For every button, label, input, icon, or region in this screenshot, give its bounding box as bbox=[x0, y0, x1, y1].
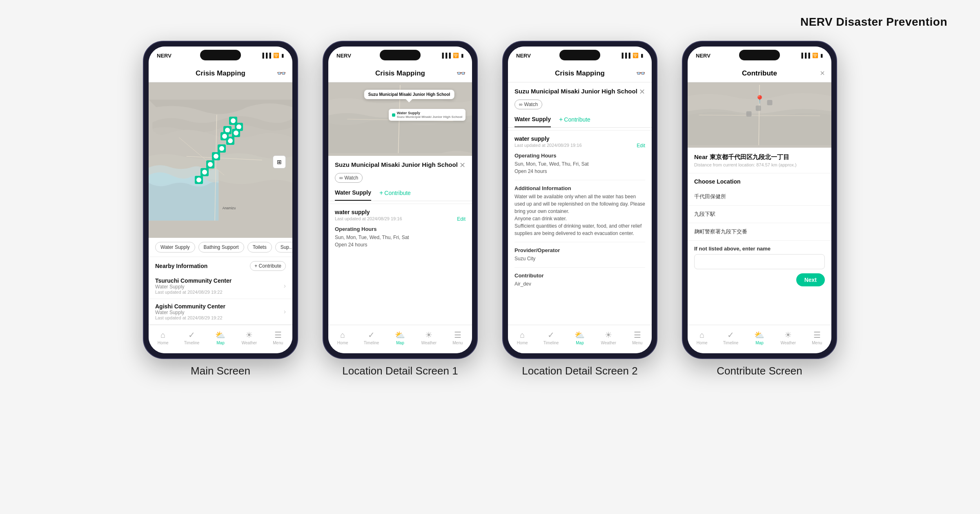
contribute-close-btn[interactable]: × bbox=[820, 69, 825, 78]
contribute-btn-main[interactable]: + Contribute bbox=[250, 261, 286, 271]
location-distance-contribute: Distance from current location: 874.57 k… bbox=[694, 162, 825, 167]
nav-weather-detail2[interactable]: ☀ Weather bbox=[598, 330, 619, 345]
status-carrier-main: NERV bbox=[157, 53, 172, 59]
watch-row-detail1: ∞ Watch bbox=[335, 173, 466, 183]
nav-menu-label-contribute: Menu bbox=[812, 341, 822, 345]
nav-weather-main[interactable]: ☀ Weather bbox=[239, 330, 259, 345]
home-icon-detail1: ⌂ bbox=[340, 330, 345, 340]
map-icon-detail2: ⛅ bbox=[575, 330, 585, 340]
battery-icon-contribute: ▮ bbox=[820, 53, 823, 58]
battery-icon-main: ▮ bbox=[281, 53, 284, 58]
bottom-nav-detail1: ⌂ Home ✓ Timeline ⛅ Map ☀ Weather bbox=[328, 325, 472, 353]
location-title-detail1: Suzu Municipal Misaki Junior High School bbox=[335, 161, 458, 169]
filter-toilets[interactable]: Toilets bbox=[247, 242, 272, 253]
ws-dot-detail1 bbox=[392, 113, 395, 117]
chevron-icon-0: › bbox=[284, 282, 286, 290]
nav-timeline-main[interactable]: ✓ Timeline bbox=[182, 330, 202, 345]
contributor-block-detail2: Contributor Air_dev bbox=[514, 273, 645, 292]
next-btn-row: Next bbox=[688, 269, 831, 290]
layer-btn-main[interactable]: ⊞ bbox=[273, 155, 286, 168]
status-bar-contribute: NERV ▐▐▐ 🛜 ▮ bbox=[688, 47, 831, 64]
list-item-type-1: Water Supply bbox=[155, 310, 225, 315]
filter-bathing[interactable]: Bathing Support bbox=[198, 242, 244, 253]
next-btn[interactable]: Next bbox=[796, 273, 825, 286]
signal-icon-detail2: ▐▐▐ bbox=[620, 53, 630, 58]
weather-icon-detail2: ☀ bbox=[605, 330, 612, 340]
content-timestamp-detail1: Last updated at 2024/08/29 19:16 Edit bbox=[335, 216, 466, 222]
tab-water-supply-detail2[interactable]: Water Supply bbox=[514, 113, 551, 127]
list-item-0[interactable]: Tsuruchi Community Center Water Supply L… bbox=[149, 273, 292, 299]
nav-menu-detail2[interactable]: ☰ Menu bbox=[627, 330, 648, 345]
nav-home-main[interactable]: ⌂ Home bbox=[153, 330, 173, 345]
status-bar-main: NERV ▐▐▐ 🛜 ▮ bbox=[149, 47, 292, 64]
home-icon-contribute: ⌂ bbox=[699, 330, 704, 340]
location-close-detail2[interactable]: ✕ bbox=[639, 87, 645, 96]
weather-icon-detail1: ☀ bbox=[425, 330, 432, 340]
nav-menu-contribute[interactable]: ☰ Menu bbox=[807, 330, 827, 345]
tab-water-supply-detail1[interactable]: Water Supply bbox=[335, 186, 371, 201]
nav-menu-main[interactable]: ☰ Menu bbox=[268, 330, 288, 345]
status-bar-detail2: NERV ▐▐▐ 🛜 ▮ bbox=[508, 47, 652, 64]
content-detail2: water supply Last updated at 2024/08/29 … bbox=[508, 131, 652, 325]
map-marker-10 bbox=[220, 132, 229, 140]
map-main[interactable]: Anamizu ⊕ ⊞ bbox=[149, 82, 292, 238]
svg-rect-11 bbox=[767, 100, 773, 105]
nearby-title-main: Nearby Information bbox=[155, 263, 207, 269]
watch-btn-detail1[interactable]: ∞ Watch bbox=[335, 173, 363, 183]
nav-map-contribute[interactable]: ⛅ Map bbox=[749, 330, 770, 345]
edit-link-detail2[interactable]: Edit bbox=[637, 143, 645, 148]
iphone-contribute: NERV ▐▐▐ 🛜 ▮ Contribute × bbox=[682, 41, 837, 359]
hours-block-detail1: Operating Hours Sun, Mon, Tue, Wed, Thu,… bbox=[335, 226, 466, 253]
menu-icon-main: ☰ bbox=[274, 330, 282, 340]
nav-home-detail1[interactable]: ⌂ Home bbox=[332, 330, 353, 345]
nav-weather-contribute[interactable]: ☀ Weather bbox=[778, 330, 798, 345]
nav-map-detail2[interactable]: ⛅ Map bbox=[570, 330, 590, 345]
filter-more[interactable]: Sup... bbox=[275, 242, 292, 253]
filter-water-supply[interactable]: Water Supply bbox=[155, 242, 195, 253]
nav-map-detail1[interactable]: ⛅ Map bbox=[390, 330, 410, 345]
name-input[interactable] bbox=[694, 254, 825, 269]
nav-timeline-label-detail1: Timeline bbox=[364, 341, 379, 345]
weather-icon-contribute: ☀ bbox=[784, 330, 792, 340]
additional-block-detail2: Additional Information Water will be ava… bbox=[514, 185, 645, 242]
list-item-1[interactable]: Agishi Community Center Water Supply Las… bbox=[149, 299, 292, 325]
nav-home-label-detail2: Home bbox=[517, 341, 528, 345]
location-option-2[interactable]: 麹町警察署九段下交番 bbox=[688, 223, 831, 241]
nav-weather-detail1[interactable]: ☀ Weather bbox=[419, 330, 439, 345]
nav-menu-detail1[interactable]: ☰ Menu bbox=[448, 330, 468, 345]
svg-text:Anamizu: Anamizu bbox=[223, 206, 236, 210]
watch-btn-detail2[interactable]: ∞ Watch bbox=[514, 100, 542, 109]
iphone-main: NERV ▐▐▐ 🛜 ▮ Crisis Mapping 👓 bbox=[143, 41, 298, 359]
hours-value-detail2: Sun, Mon, Tue, Wed, Thu, Fri, Sat Open 2… bbox=[514, 160, 645, 175]
map-detail1[interactable]: Suzu Municipal Misaki Junior High School… bbox=[328, 82, 472, 156]
phone-contribute: NERV ▐▐▐ 🛜 ▮ Contribute × bbox=[682, 41, 837, 377]
edit-link-detail1[interactable]: Edit bbox=[457, 216, 466, 222]
hours-block-detail2: Operating Hours Sun, Mon, Tue, Wed, Thu,… bbox=[514, 153, 645, 180]
nav-home-detail2[interactable]: ⌂ Home bbox=[512, 330, 532, 345]
brand-title: NERV Disaster Prevention bbox=[800, 16, 947, 29]
status-carrier-detail1: NERV bbox=[336, 53, 351, 59]
watch-icon-detail2: ∞ bbox=[519, 102, 523, 107]
timeline-icon-contribute: ✓ bbox=[727, 330, 734, 340]
nearby-header-main: Nearby Information + Contribute bbox=[149, 257, 292, 273]
nav-timeline-contribute[interactable]: ✓ Timeline bbox=[721, 330, 741, 345]
app-header-main: Crisis Mapping 👓 bbox=[149, 64, 292, 82]
ws-label-popup-detail1: Water Supply Suzu Municipal Misaki Junio… bbox=[389, 109, 466, 121]
app-header-title-detail1: Crisis Mapping bbox=[375, 69, 425, 78]
nav-timeline-detail2[interactable]: ✓ Timeline bbox=[541, 330, 561, 345]
timeline-icon-detail2: ✓ bbox=[548, 330, 555, 340]
list-item-time-0: Last updated at 2024/08/29 19:22 bbox=[155, 290, 232, 295]
contributor-label-detail2: Contributor bbox=[514, 273, 645, 279]
map-contribute[interactable]: 📍 bbox=[688, 82, 831, 148]
location-option-1[interactable]: 九段下駅 bbox=[688, 206, 831, 223]
label-contribute: Contribute Screen bbox=[717, 365, 802, 377]
nav-home-contribute[interactable]: ⌂ Home bbox=[692, 330, 712, 345]
nav-timeline-detail1[interactable]: ✓ Timeline bbox=[361, 330, 382, 345]
location-option-0[interactable]: 千代田保健所 bbox=[688, 188, 831, 206]
nav-map-main[interactable]: ⛅ Map bbox=[210, 330, 231, 345]
map-icon-main: ⛅ bbox=[215, 330, 225, 340]
location-close-detail1[interactable]: ✕ bbox=[459, 161, 466, 170]
nav-weather-label-contribute: Weather bbox=[781, 341, 796, 345]
tab-contribute-detail2[interactable]: Contribute bbox=[559, 113, 590, 127]
tab-contribute-detail1[interactable]: Contribute bbox=[379, 186, 411, 201]
